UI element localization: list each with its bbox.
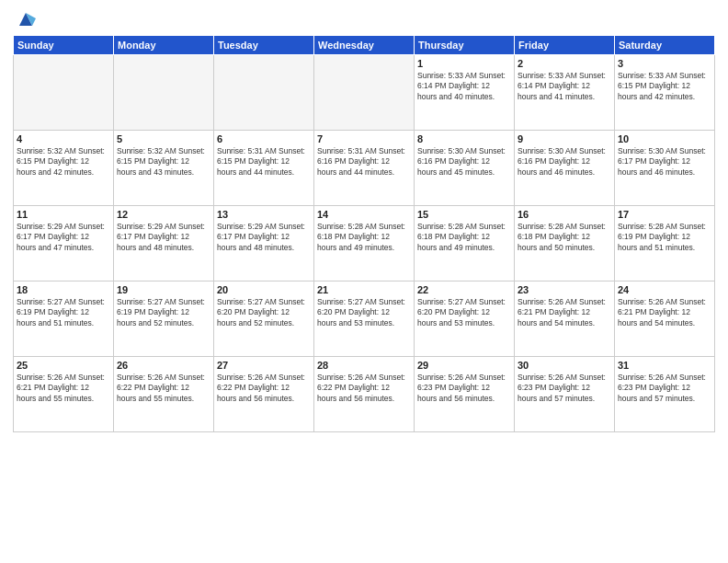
day-cell: 19Sunrise: 5:27 AM Sunset: 6:19 PM Dayli… (114, 282, 214, 357)
day-number: 2 (518, 58, 611, 69)
day-number: 17 (618, 209, 711, 220)
day-cell: 28Sunrise: 5:26 AM Sunset: 6:22 PM Dayli… (314, 357, 415, 432)
day-info: Sunrise: 5:29 AM Sunset: 6:17 PM Dayligh… (117, 222, 210, 253)
day-number: 16 (518, 209, 611, 220)
day-cell: 21Sunrise: 5:27 AM Sunset: 6:20 PM Dayli… (314, 282, 415, 357)
day-number: 8 (417, 133, 511, 144)
day-info: Sunrise: 5:26 AM Sunset: 6:21 PM Dayligh… (17, 373, 110, 404)
week-row-5: 25Sunrise: 5:26 AM Sunset: 6:21 PM Dayli… (14, 357, 715, 432)
day-cell: 7Sunrise: 5:31 AM Sunset: 6:16 PM Daylig… (314, 131, 415, 206)
day-cell: 18Sunrise: 5:27 AM Sunset: 6:19 PM Dayli… (14, 282, 114, 357)
day-cell: 11Sunrise: 5:29 AM Sunset: 6:17 PM Dayli… (14, 206, 114, 282)
header (13, 9, 715, 29)
day-info: Sunrise: 5:29 AM Sunset: 6:17 PM Dayligh… (217, 222, 311, 253)
day-header-thursday: Thursday (415, 36, 515, 55)
day-info: Sunrise: 5:26 AM Sunset: 6:22 PM Dayligh… (317, 373, 411, 404)
day-cell (314, 55, 415, 131)
calendar: SundayMondayTuesdayWednesdayThursdayFrid… (13, 35, 715, 432)
day-cell: 9Sunrise: 5:30 AM Sunset: 6:16 PM Daylig… (515, 131, 615, 206)
day-number: 10 (618, 133, 711, 144)
day-header-saturday: Saturday (615, 36, 715, 55)
day-info: Sunrise: 5:28 AM Sunset: 6:18 PM Dayligh… (317, 222, 411, 253)
day-info: Sunrise: 5:27 AM Sunset: 6:20 PM Dayligh… (317, 297, 411, 328)
day-info: Sunrise: 5:27 AM Sunset: 6:20 PM Dayligh… (417, 297, 511, 328)
day-cell: 14Sunrise: 5:28 AM Sunset: 6:18 PM Dayli… (314, 206, 415, 282)
day-info: Sunrise: 5:28 AM Sunset: 6:19 PM Dayligh… (618, 222, 711, 253)
day-info: Sunrise: 5:31 AM Sunset: 6:16 PM Dayligh… (317, 146, 411, 178)
day-info: Sunrise: 5:31 AM Sunset: 6:15 PM Dayligh… (217, 146, 311, 178)
day-cell: 2Sunrise: 5:33 AM Sunset: 6:14 PM Daylig… (515, 55, 615, 131)
day-number: 21 (317, 284, 411, 295)
day-number: 28 (317, 360, 411, 371)
week-row-4: 18Sunrise: 5:27 AM Sunset: 6:19 PM Dayli… (14, 282, 715, 357)
day-number: 11 (17, 209, 110, 220)
day-cell: 17Sunrise: 5:28 AM Sunset: 6:19 PM Dayli… (615, 206, 715, 282)
day-info: Sunrise: 5:27 AM Sunset: 6:19 PM Dayligh… (117, 297, 210, 328)
day-number: 15 (417, 209, 511, 220)
day-info: Sunrise: 5:28 AM Sunset: 6:18 PM Dayligh… (518, 222, 611, 253)
day-number: 9 (518, 133, 611, 144)
day-cell: 10Sunrise: 5:30 AM Sunset: 6:17 PM Dayli… (615, 131, 715, 206)
day-number: 6 (217, 133, 311, 144)
day-info: Sunrise: 5:28 AM Sunset: 6:18 PM Dayligh… (417, 222, 511, 253)
day-number: 4 (17, 133, 110, 144)
day-info: Sunrise: 5:26 AM Sunset: 6:22 PM Dayligh… (117, 373, 210, 404)
day-cell: 8Sunrise: 5:30 AM Sunset: 6:16 PM Daylig… (415, 131, 515, 206)
day-number: 24 (618, 284, 711, 295)
day-cell: 24Sunrise: 5:26 AM Sunset: 6:21 PM Dayli… (615, 282, 715, 357)
day-cell: 25Sunrise: 5:26 AM Sunset: 6:21 PM Dayli… (14, 357, 114, 432)
day-cell (114, 55, 214, 131)
day-info: Sunrise: 5:33 AM Sunset: 6:14 PM Dayligh… (518, 71, 611, 102)
day-info: Sunrise: 5:32 AM Sunset: 6:15 PM Dayligh… (17, 146, 110, 178)
day-info: Sunrise: 5:26 AM Sunset: 6:22 PM Dayligh… (217, 373, 311, 404)
day-number: 5 (117, 133, 210, 144)
day-info: Sunrise: 5:26 AM Sunset: 6:23 PM Dayligh… (417, 373, 511, 404)
day-info: Sunrise: 5:26 AM Sunset: 6:21 PM Dayligh… (518, 297, 611, 328)
calendar-header-row: SundayMondayTuesdayWednesdayThursdayFrid… (14, 36, 715, 55)
week-row-2: 4Sunrise: 5:32 AM Sunset: 6:15 PM Daylig… (14, 131, 715, 206)
day-number: 20 (217, 284, 311, 295)
day-info: Sunrise: 5:30 AM Sunset: 6:16 PM Dayligh… (518, 146, 611, 178)
day-info: Sunrise: 5:29 AM Sunset: 6:17 PM Dayligh… (17, 222, 110, 253)
day-info: Sunrise: 5:27 AM Sunset: 6:20 PM Dayligh… (217, 297, 311, 328)
day-cell: 4Sunrise: 5:32 AM Sunset: 6:15 PM Daylig… (14, 131, 114, 206)
day-cell: 22Sunrise: 5:27 AM Sunset: 6:20 PM Dayli… (415, 282, 515, 357)
day-number: 3 (618, 58, 711, 69)
day-info: Sunrise: 5:33 AM Sunset: 6:15 PM Dayligh… (618, 71, 711, 102)
day-info: Sunrise: 5:33 AM Sunset: 6:14 PM Dayligh… (417, 71, 511, 102)
day-number: 12 (117, 209, 210, 220)
day-header-wednesday: Wednesday (314, 36, 415, 55)
day-info: Sunrise: 5:30 AM Sunset: 6:17 PM Dayligh… (618, 146, 711, 178)
week-row-3: 11Sunrise: 5:29 AM Sunset: 6:17 PM Dayli… (14, 206, 715, 282)
day-cell: 6Sunrise: 5:31 AM Sunset: 6:15 PM Daylig… (214, 131, 314, 206)
day-cell: 3Sunrise: 5:33 AM Sunset: 6:15 PM Daylig… (615, 55, 715, 131)
day-cell: 15Sunrise: 5:28 AM Sunset: 6:18 PM Dayli… (415, 206, 515, 282)
day-number: 18 (17, 284, 110, 295)
day-number: 27 (217, 360, 311, 371)
day-header-friday: Friday (515, 36, 615, 55)
day-cell: 29Sunrise: 5:26 AM Sunset: 6:23 PM Dayli… (415, 357, 515, 432)
day-header-monday: Monday (114, 36, 214, 55)
day-number: 13 (217, 209, 311, 220)
day-info: Sunrise: 5:26 AM Sunset: 6:21 PM Dayligh… (618, 297, 711, 328)
day-cell: 5Sunrise: 5:32 AM Sunset: 6:15 PM Daylig… (114, 131, 214, 206)
day-number: 25 (17, 360, 110, 371)
day-cell: 1Sunrise: 5:33 AM Sunset: 6:14 PM Daylig… (415, 55, 515, 131)
day-number: 14 (317, 209, 411, 220)
day-header-tuesday: Tuesday (214, 36, 314, 55)
day-cell: 27Sunrise: 5:26 AM Sunset: 6:22 PM Dayli… (214, 357, 314, 432)
day-number: 1 (417, 58, 511, 69)
page: SundayMondayTuesdayWednesdayThursdayFrid… (0, 0, 728, 563)
day-number: 23 (518, 284, 611, 295)
logo-icon (16, 9, 36, 29)
day-header-sunday: Sunday (14, 36, 114, 55)
day-number: 22 (417, 284, 511, 295)
day-info: Sunrise: 5:26 AM Sunset: 6:23 PM Dayligh… (518, 373, 611, 404)
day-cell: 23Sunrise: 5:26 AM Sunset: 6:21 PM Dayli… (515, 282, 615, 357)
day-cell: 30Sunrise: 5:26 AM Sunset: 6:23 PM Dayli… (515, 357, 615, 432)
day-number: 29 (417, 360, 511, 371)
day-cell: 13Sunrise: 5:29 AM Sunset: 6:17 PM Dayli… (214, 206, 314, 282)
day-number: 19 (117, 284, 210, 295)
day-info: Sunrise: 5:30 AM Sunset: 6:16 PM Dayligh… (417, 146, 511, 178)
day-cell (214, 55, 314, 131)
